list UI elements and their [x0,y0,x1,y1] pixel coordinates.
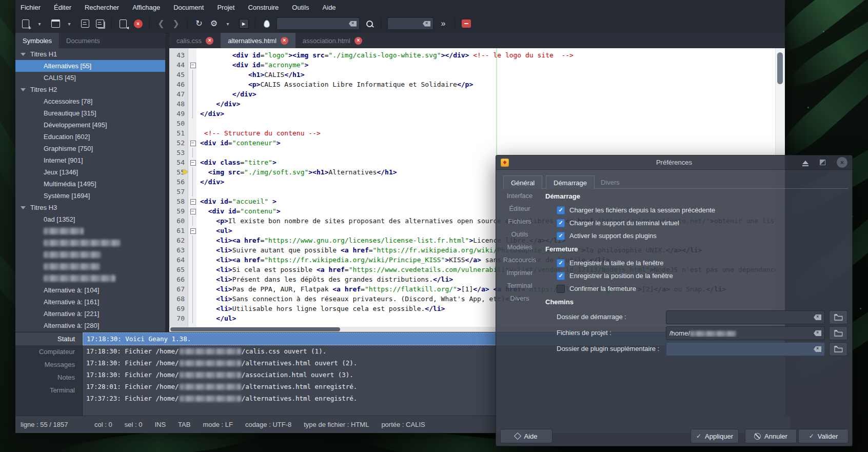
tree-item-systeme-1694[interactable]: Système [1694] [15,190,165,202]
build-dropdown[interactable]: ▾ [224,17,234,30]
checkbox-row-confirmer-la-fermeture[interactable]: Confirmer la fermeture [545,282,848,295]
symbols-tree[interactable]: Titres H1Alternatives [55]CALIS [45]Titr… [15,48,165,332]
restore-window-icon[interactable] [820,160,825,165]
category-outils[interactable]: Outils [496,228,543,241]
checkbox-row-enregistrer-la-taille-de-la-fenetre[interactable]: ✓Enregistrer la taille de la fenêtre [545,257,848,269]
checkbox-row-charger-les-fichiers-depuis-la-session-precedente[interactable]: ✓Charger les fichiers depuis la session … [545,204,848,217]
browse-folder-button[interactable] [829,326,847,340]
scrollbar-thumb[interactable] [777,52,783,84]
checkbox[interactable]: ✓ [557,219,565,227]
color-chooser-button[interactable] [262,17,272,30]
menu-item-rechercher[interactable]: Rechercher [85,4,119,11]
aide-button[interactable]: Aide [500,429,553,443]
sidebar-tab-documents[interactable]: Documents [59,33,107,48]
checkbox-row-charger-le-support-du-terminal-virtuel[interactable]: ✓Charger le support du terminal virtuel [545,217,848,229]
open-file-button[interactable] [50,17,61,30]
save-button[interactable] [80,17,90,30]
sidebar-tab-symboles[interactable]: Symboles [15,33,59,48]
tree-item-alternative-a-161[interactable]: Alternative à: [161] [15,296,165,308]
fold-toggle-icon[interactable] [190,209,196,214]
browse-folder-button[interactable] [829,342,847,356]
tree-item-blurred[interactable] [15,237,165,249]
scrollbar-thumb[interactable] [170,327,340,331]
menu-item-fichier[interactable]: Fichier [21,4,41,11]
menu-item-construire[interactable]: Construire [248,4,279,11]
checkbox[interactable]: ✓ [557,272,565,280]
editor-tab-calis-css[interactable]: calis.css× [169,33,221,48]
panel-tab-compilateur[interactable]: Compilateur [15,345,82,358]
tree-item-blurred[interactable] [15,249,165,261]
valider-button[interactable]: ✓Valider [798,429,849,443]
menu-item-editer[interactable]: Éditer [54,4,71,11]
checkbox[interactable]: ✓ [557,259,565,267]
tree-group-titres-h3[interactable]: Titres H3 [15,202,165,213]
menu-item-aide[interactable]: Aide [323,4,336,11]
clear-entry-icon[interactable] [814,346,821,352]
expander-triangle-icon[interactable] [21,53,26,56]
save-all-button[interactable] [95,17,105,30]
checkbox[interactable]: ✓ [557,232,565,240]
tree-item-calis-45[interactable]: CALIS [45] [15,72,165,84]
new-file-dropdown[interactable]: ▾ [35,17,46,30]
category-terminal[interactable]: Terminal [496,279,543,292]
tree-item-multimedia-1495[interactable]: Multimédia [1495] [15,178,165,190]
category-raccourcis[interactable]: Raccourcis [496,253,543,266]
editor-tab-association-html[interactable]: association.html× [295,33,369,48]
tab-divers[interactable]: Divers [594,175,627,189]
editor-tab-alternatives-html[interactable]: alternatives.html× [221,33,295,48]
category-imprimer[interactable]: Imprimer [496,266,543,279]
close-tab-icon[interactable]: × [206,37,213,45]
checkbox-row-activer-le-support-des-plugins[interactable]: ✓Activer le support des plugins [545,229,848,242]
browse-folder-button[interactable] [829,310,847,324]
clear-entry-icon[interactable] [814,315,821,320]
checkbox[interactable] [557,285,565,293]
close-tab-icon[interactable]: × [281,37,288,45]
close-document-button[interactable]: × [133,17,143,30]
checkbox-row-enregistrer-la-position-de-la-fenetre[interactable]: ✓Enregistrer la position de la fenêtre [545,269,848,282]
appliquer-button[interactable]: ✓Appliquer [691,429,739,443]
tree-item-graphisme-750[interactable]: Graphisme [750] [15,143,165,154]
goto-line-input[interactable] [387,17,433,30]
tree-item-internet-901[interactable]: Internet [901] [15,154,165,166]
new-file-button[interactable] [21,17,31,30]
navigate-back-button[interactable]: ❮ [156,17,166,30]
path-entry[interactable] [666,310,825,324]
fold-toggle-icon[interactable] [190,63,196,68]
panel-tab-messages[interactable]: Messages [15,358,82,371]
dialog-titlebar[interactable]: Préférences × [496,155,852,170]
tree-item-blurred[interactable] [15,272,165,284]
category-fichiers[interactable]: Fichiers [496,215,543,228]
tree-item-blurred[interactable] [15,261,165,272]
close-tab-icon[interactable]: × [354,37,362,45]
tree-item-jeux-1346[interactable]: Jeux [1346] [15,166,165,178]
goto-line-button[interactable]: » [438,17,448,30]
compile-button[interactable]: ↻ [194,17,204,30]
build-button[interactable]: ⚙ [209,17,219,30]
menu-item-outils[interactable]: Outils [292,4,309,11]
tree-item-0ad-1352[interactable]: 0ad [1352] [15,213,165,225]
category-editeur[interactable]: Éditeur [496,202,543,215]
tree-item-alternative-a-104[interactable]: Alternative à: [104] [15,284,165,296]
open-file-dropdown[interactable]: ▾ [65,17,75,30]
close-window-icon[interactable]: × [837,157,847,168]
expander-triangle-icon[interactable] [21,206,26,209]
tree-item-alternative-a-221[interactable]: Alternative à: [221] [15,308,165,320]
category-tab-general[interactable]: Général [503,175,542,189]
search-button[interactable] [364,17,374,30]
revert-button[interactable] [118,17,128,30]
tree-item-education-602[interactable]: Education [602] [15,131,165,143]
tree-item-alternative-a-280[interactable]: Alternative à: [280] [15,320,165,331]
tree-item-developpement-495[interactable]: Développement [495] [15,119,165,131]
tree-item-alternatives-55[interactable]: Alternatives [55] [15,60,165,72]
fold-toggle-icon[interactable] [190,160,196,166]
menu-item-document[interactable]: Document [173,4,204,11]
run-button[interactable]: ▶ [239,17,249,30]
tree-item-accessoires-78[interactable]: Accessoires [78] [15,95,165,107]
panel-tab-statut[interactable]: Statut [15,332,82,345]
tree-item-blurred[interactable] [15,225,165,237]
clear-search-icon[interactable] [349,21,357,27]
category-divers[interactable]: Divers [496,292,543,305]
category-modeles[interactable]: Modèles [496,241,543,253]
fold-toggle-icon[interactable] [190,199,196,205]
fold-toggle-icon[interactable] [190,228,196,234]
